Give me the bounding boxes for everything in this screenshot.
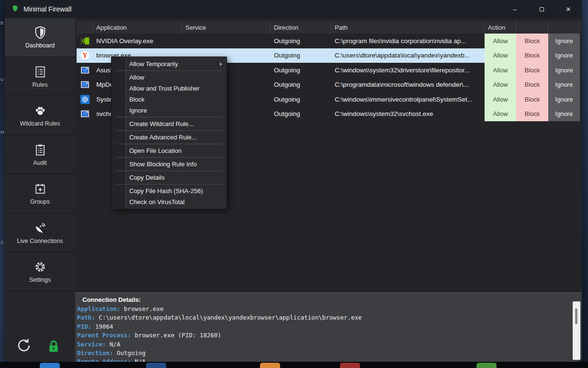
sidebar-item-label: Wildcard Rules	[20, 120, 60, 127]
menu-item-allow-and-trust-publisher[interactable]: Allow and Trust Publisher	[112, 83, 226, 94]
allow-button[interactable]: Allow	[485, 78, 516, 92]
close-icon: ✕	[566, 6, 571, 13]
menu-item-show-blocking-rule-info[interactable]: Show Blocking Rule Info	[112, 159, 226, 170]
taskbar-icon-orange-app[interactable]	[260, 363, 280, 368]
sidebar-item-groups[interactable]: Groups	[5, 174, 75, 214]
details-value: N/A	[106, 341, 120, 348]
allow-button[interactable]: Allow	[485, 92, 516, 107]
menu-item-label: Create Advanced Rule...	[129, 134, 197, 141]
allow-button[interactable]: Allow	[485, 107, 516, 122]
menu-item-label: Allow Temporarily	[129, 60, 178, 68]
menu-item-label: Create Wildcard Rule...	[129, 120, 193, 127]
menu-item-create-wildcard-rule[interactable]: Create Wildcard Rule...	[112, 118, 226, 129]
context-menu: Allow TemporarilyAllowAllow and Trust Pu…	[111, 57, 227, 209]
shield-icon	[33, 25, 47, 40]
ignore-button[interactable]: Ignore	[548, 107, 580, 122]
nvidia-icon	[77, 34, 93, 48]
direction-cell: Outgoing	[271, 107, 331, 122]
allow-button[interactable]: Allow	[485, 34, 516, 48]
details-label: Parent Process:	[77, 332, 131, 339]
taskbar-icon-windows[interactable]	[40, 363, 60, 368]
sidebar-item-audit[interactable]: Audit	[5, 136, 75, 175]
lock-icon	[46, 339, 61, 354]
firewall-locked-button[interactable]	[46, 339, 61, 354]
block-button[interactable]: Block	[516, 92, 548, 107]
menu-item-ignore[interactable]: Ignore	[112, 105, 226, 116]
allow-button[interactable]: Allow	[485, 63, 516, 78]
column-header-direction[interactable]: Direction	[271, 21, 331, 34]
block-button[interactable]: Block	[516, 48, 548, 63]
ignore-button[interactable]: Ignore	[548, 92, 580, 107]
block-button[interactable]: Block	[516, 34, 548, 48]
sidebar-item-rules[interactable]: Rules	[5, 58, 75, 97]
menu-separator	[116, 130, 222, 131]
details-value: browser.exe	[120, 305, 163, 312]
desktop: { "window": { "title": "Minimal Firewall…	[0, 0, 588, 368]
titlebar: Minimal Firewall – ✕	[5, 0, 582, 18]
menu-item-open-file-location[interactable]: Open File Location	[112, 145, 226, 156]
menu-item-create-advanced-rule[interactable]: Create Advanced Rule...	[112, 132, 226, 143]
direction-cell: Outgoing	[271, 92, 331, 107]
menu-item-copy-details[interactable]: Copy Details	[112, 172, 226, 183]
block-button[interactable]: Block	[516, 78, 548, 92]
details-scrollbar[interactable]	[573, 301, 580, 360]
svg-text:Y: Y	[82, 52, 87, 59]
table-row[interactable]: NVIDIA Overlay.exeOutgoingC:\program fil…	[77, 34, 580, 48]
menu-separator	[116, 144, 222, 144]
generic-app-icon	[77, 107, 93, 122]
column-header-action[interactable]: Action	[485, 21, 516, 34]
window-controls: – ✕	[501, 0, 582, 18]
menu-item-allow[interactable]: Allow	[112, 72, 226, 83]
path-cell: C:\users\dtore\appdata\local\yandex\yand…	[331, 48, 485, 63]
maximize-button[interactable]	[528, 0, 555, 18]
block-button[interactable]: Block	[516, 107, 548, 122]
connection-details-panel: Connection Details: Application: browser…	[75, 292, 582, 362]
details-value: N/A	[131, 358, 146, 362]
calendar-plus-icon	[34, 182, 47, 196]
menu-item-copy-file-hash-sha-256[interactable]: Copy File Hash (SHA-256)	[112, 185, 226, 196]
minimize-button[interactable]: –	[501, 0, 528, 18]
menu-item-block[interactable]: Block	[112, 94, 226, 105]
sidebar-item-label: Groups	[30, 198, 50, 205]
sidebar-item-settings[interactable]: Settings	[5, 253, 75, 292]
details-label: PID:	[77, 323, 91, 330]
menu-item-allow-temporarily[interactable]: Allow Temporarily	[112, 58, 226, 69]
column-header-application[interactable]: Application	[93, 21, 182, 34]
sidebar-item-wildcard-rules[interactable]: Wildcard Rules	[5, 96, 75, 136]
menu-item-label: Block	[129, 96, 145, 103]
sidebar-item-dashboard[interactable]: Dashboard	[5, 18, 75, 58]
details-value: 19064	[91, 323, 113, 330]
gear-icon	[34, 260, 47, 274]
direction-cell: Outgoing	[271, 63, 331, 78]
details-value: Outgoing	[113, 349, 146, 356]
details-line-direction: Direction: Outgoing	[77, 349, 582, 357]
column-header-blank	[548, 21, 580, 34]
details-scrollbar-thumb[interactable]	[575, 309, 577, 324]
taskbar-icon-red-app[interactable]	[340, 363, 360, 368]
app-shield-icon	[11, 5, 19, 14]
allow-button[interactable]: Allow	[485, 48, 516, 63]
details-value: C:\users\dtore\appdata\local\yandex\yand…	[95, 314, 362, 321]
app-window: Minimal Firewall – ✕ DashboardRulesWildc…	[5, 0, 582, 362]
direction-cell: Outgoing	[271, 34, 331, 48]
column-header-path[interactable]: Path	[331, 21, 485, 34]
column-header-blank	[77, 21, 93, 34]
sidebar-item-live-connections[interactable]: Live Connections	[5, 214, 75, 253]
taskbar-icon-navy-app[interactable]	[146, 363, 166, 368]
ignore-button[interactable]: Ignore	[548, 34, 580, 48]
menu-item-label: Open File Location	[129, 147, 181, 154]
menu-item-label: Show Blocking Rule Info	[129, 161, 197, 168]
menu-item-label: Ignore	[129, 107, 147, 114]
ignore-button[interactable]: Ignore	[548, 48, 580, 63]
menu-item-check-on-virustotal[interactable]: Check on VirusTotal	[112, 196, 226, 207]
windows-settings-icon	[77, 92, 93, 107]
close-button[interactable]: ✕	[555, 0, 582, 18]
ignore-button[interactable]: Ignore	[548, 63, 580, 78]
refresh-button[interactable]	[15, 336, 33, 355]
desktop-icon-label-fragment: U	[0, 77, 4, 82]
ignore-button[interactable]: Ignore	[548, 78, 580, 92]
column-header-blank	[516, 21, 548, 34]
taskbar-icon-green-app[interactable]	[476, 363, 497, 368]
block-button[interactable]: Block	[516, 63, 548, 78]
column-header-service[interactable]: Service	[182, 21, 271, 34]
